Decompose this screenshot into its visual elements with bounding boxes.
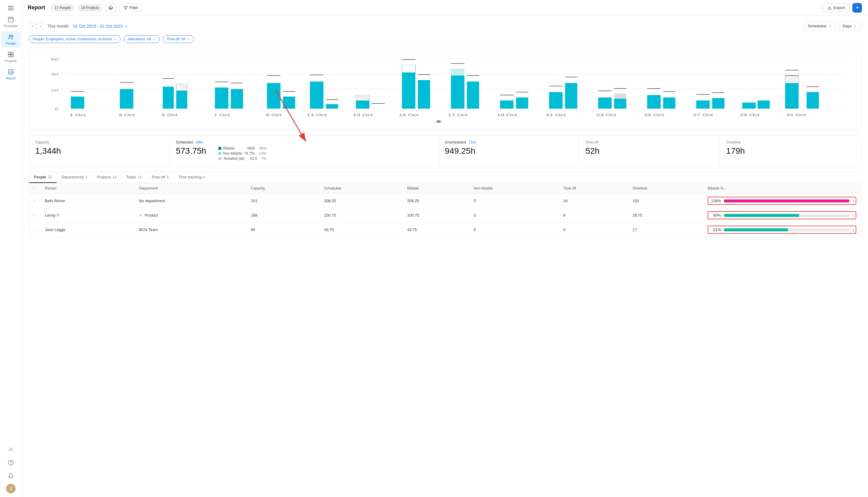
svg-rect-91	[742, 103, 756, 109]
svg-rect-9	[11, 55, 13, 57]
projects-icon	[8, 51, 14, 58]
scheduled-label: Scheduled 43%	[176, 140, 433, 144]
svg-text:7 Oct: 7 Oct	[214, 113, 230, 117]
svg-rect-43	[283, 97, 295, 109]
svg-point-5	[11, 35, 13, 37]
filter-icon	[124, 6, 128, 10]
billable-2: 100.75	[403, 208, 469, 223]
filter-button[interactable]: Filter	[119, 4, 143, 12]
department-col-header: Department	[135, 183, 247, 194]
people-badge[interactable]: 11 People	[51, 4, 74, 11]
chevron-down-icon	[124, 24, 128, 28]
svg-rect-87	[696, 100, 710, 109]
sidebar-item-notifications[interactable]	[1, 470, 20, 481]
department-2: ↳ Product	[135, 208, 247, 223]
table-row: › Lenny Y ↳ Product 168 100.75 100.75 0 …	[29, 208, 860, 223]
timeoff-3: 0	[559, 223, 628, 237]
billable-3: 43.75	[403, 223, 469, 237]
people-table: › Person Department Capacity Scheduled B…	[29, 183, 860, 237]
nonbillable-2: 0	[469, 208, 559, 223]
sidebar-item-settings[interactable]	[1, 444, 20, 455]
export-button[interactable]: Export	[822, 3, 850, 12]
people-table-section: People 10 Departments 3 Projects 14 Task…	[29, 171, 861, 237]
sidebar-item-projects[interactable]: Projects	[1, 49, 20, 65]
capacity-value: 1,344h	[35, 146, 164, 156]
overtime-col-header: Overtime	[628, 183, 704, 194]
svg-rect-68	[467, 82, 479, 109]
tab-timeoff[interactable]: Time off 5	[146, 172, 174, 183]
header-right: Export +	[822, 3, 862, 13]
row-expand-3[interactable]: ›	[29, 223, 41, 237]
sidebar-item-report[interactable]: Report	[1, 66, 20, 82]
chevron-alloc-icon	[153, 38, 156, 41]
chevron-people-icon	[114, 38, 117, 41]
report-icon	[8, 69, 14, 75]
svg-text:9 Oct: 9 Oct	[265, 113, 282, 117]
svg-rect-74	[549, 92, 563, 109]
person-name-3: Jane Legge	[41, 223, 135, 237]
svg-text:60: 60	[51, 57, 59, 61]
timeoff-filter-tag[interactable]: Time off: All	[163, 35, 194, 43]
capacity-2: 168	[247, 208, 320, 223]
department-3: BCN Team	[135, 223, 247, 237]
tab-departments[interactable]: Departments 3	[57, 172, 92, 183]
date-range-dropdown[interactable]: 01 Oct 2023 - 31 Oct 2023	[73, 24, 128, 29]
layers-icon	[108, 5, 113, 10]
user-avatar[interactable]: J	[6, 484, 16, 493]
date-nav-arrows: ‹ ›	[29, 23, 44, 30]
svg-text:3 Oct: 3 Oct	[118, 113, 135, 117]
svg-text:40: 40	[51, 72, 59, 76]
tab-people[interactable]: People 10	[29, 172, 57, 183]
svg-rect-7	[11, 52, 13, 54]
svg-rect-81	[614, 94, 626, 99]
help-icon	[8, 460, 14, 466]
main-content: Report 11 People 18 Projects Filter	[21, 0, 868, 497]
billable-pct-col-header[interactable]: Billable % ⌄	[704, 183, 860, 194]
scheduled-value: 573.75h	[176, 146, 206, 156]
svg-point-11	[10, 449, 11, 450]
svg-rect-45	[310, 82, 323, 109]
person-col-header: Person	[41, 183, 135, 194]
svg-rect-6	[8, 52, 10, 54]
svg-rect-41	[267, 83, 280, 109]
view-mode-dropdown[interactable]: Scheduled	[804, 22, 836, 30]
people-filter-tag[interactable]: People: Employees, Active, Contractors, …	[29, 35, 120, 43]
tab-projects[interactable]: Projects 14	[92, 172, 121, 183]
svg-rect-76	[565, 83, 577, 109]
svg-rect-70	[500, 100, 513, 109]
billable-1: 208.25	[403, 194, 469, 208]
nonbillable-1: 0	[469, 194, 559, 208]
time-unit-chevron-icon	[853, 24, 857, 28]
svg-rect-0	[8, 17, 13, 22]
tab-timetracking[interactable]: Time tracking 4	[174, 172, 210, 183]
svg-text:23 Oct: 23 Oct	[596, 113, 616, 117]
svg-rect-37	[215, 87, 228, 109]
row-expand-1[interactable]: ›	[29, 194, 41, 208]
svg-line-106	[785, 81, 789, 82]
stats-row: Capacity 1,344h Scheduled 43% 573.75h Bi…	[29, 135, 861, 167]
scheduled-stat: Scheduled 43% 573.75h Billable 495h 86%	[170, 136, 439, 166]
add-button[interactable]: +	[852, 3, 862, 13]
svg-rect-47	[326, 104, 338, 109]
projects-badge[interactable]: 18 Projects	[77, 4, 102, 11]
allocations-filter-tag[interactable]: Allocations: All	[124, 35, 159, 43]
unscheduled-value: 949.25h	[445, 146, 573, 156]
hamburger-menu[interactable]	[6, 4, 16, 13]
next-date-button[interactable]: ›	[37, 23, 44, 30]
svg-line-105	[785, 80, 793, 82]
svg-text:21 Oct: 21 Oct	[546, 113, 566, 117]
scheduled-1: 208.25	[320, 194, 403, 208]
sidebar-item-schedule[interactable]: Schedule	[1, 14, 20, 30]
row-expand-2[interactable]: ›	[29, 208, 41, 223]
svg-rect-89	[712, 98, 725, 109]
billable-pct-2: 60% |	[704, 208, 860, 223]
sidebar-item-help[interactable]	[1, 457, 20, 468]
svg-rect-83	[647, 95, 661, 109]
prev-date-button[interactable]: ‹	[29, 23, 36, 30]
layers-button[interactable]	[106, 3, 115, 13]
time-unit-dropdown[interactable]: Days	[839, 22, 861, 30]
tab-tasks[interactable]: Tasks 11	[121, 172, 146, 183]
sidebar-item-people[interactable]: People	[1, 31, 20, 47]
svg-rect-31	[176, 90, 187, 109]
person-name-1: Beth Rorrer	[41, 194, 135, 208]
